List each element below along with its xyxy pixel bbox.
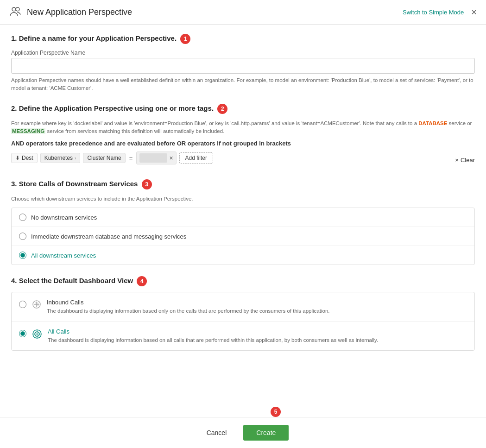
radio-no-downstream-label: No downstream services — [31, 214, 97, 221]
section-2: 2. Define the Application Perspective us… — [11, 104, 475, 169]
radio-all-downstream-label: All downstream services — [31, 252, 96, 259]
radio-immediate-downstream-input[interactable] — [19, 233, 26, 240]
header-left: New Application Perspective — [9, 6, 132, 19]
inbound-calls-icon — [32, 300, 41, 311]
dashboard-radio-group: Inbound Calls The dashboard is displayin… — [11, 292, 475, 351]
all-calls-desc: The dashboard is displaying information … — [48, 336, 467, 344]
inbound-calls-content: Inbound Calls The dashboard is displayin… — [47, 299, 467, 315]
radio-all-downstream[interactable]: All downstream services — [12, 246, 474, 265]
all-calls-icon — [32, 329, 42, 341]
cancel-button[interactable]: Cancel — [197, 425, 236, 440]
filter-row: ⬇ Dest Kubernetes › Cluster Name = × — [11, 151, 213, 164]
create-button[interactable]: Create — [243, 425, 289, 441]
radio-all-calls-input[interactable] — [19, 330, 26, 337]
svg-point-1 — [16, 7, 19, 11]
section-4-title: 4. Select the Default Dashboard View 4 — [11, 276, 475, 286]
all-calls-title: All Calls — [48, 328, 467, 335]
modal-footer: 5 Cancel Create — [0, 417, 486, 448]
database-highlight: DATABASE — [418, 120, 447, 126]
filter-remove-button[interactable]: × — [169, 155, 173, 161]
app-perspective-icon — [9, 6, 22, 19]
radio-immediate-downstream[interactable]: Immediate downstream database and messag… — [12, 227, 474, 246]
dashboard-all-calls[interactable]: All Calls The dashboard is displaying in… — [12, 322, 474, 350]
section-3: 3. Store Calls of Downstream Services 3 … — [11, 179, 475, 265]
step-badge-4: 4 — [137, 276, 147, 286]
step-badge-5: 5 — [271, 407, 281, 417]
clear-wrapper: × Clear — [455, 157, 475, 164]
modal-title: New Application Perspective — [27, 7, 132, 17]
radio-no-downstream-input[interactable] — [19, 214, 26, 221]
step-badge-1: 1 — [180, 34, 190, 44]
step-badge-2: 2 — [217, 104, 227, 114]
section-1-title: 1. Define a name for your Application Pe… — [11, 34, 475, 44]
app-name-label: Application Perspective Name — [11, 50, 475, 56]
app-name-hint: Application Perspective names should hav… — [11, 76, 475, 93]
clear-x-icon: × — [455, 157, 459, 164]
svg-point-0 — [12, 7, 16, 11]
filter-equals: = — [128, 155, 134, 162]
section-2-hint: For example where key is 'dockerlabel' a… — [11, 120, 475, 136]
section-1: 1. Define a name for your Application Pe… — [11, 34, 475, 93]
section-3-title: 3. Store Calls of Downstream Services 3 — [11, 179, 475, 189]
section-3-subtitle: Choose which downstream services to incl… — [11, 195, 475, 203]
app-perspective-name-input[interactable] — [11, 58, 475, 74]
radio-immediate-downstream-label: Immediate downstream database and messag… — [31, 233, 186, 240]
all-calls-content: All Calls The dashboard is displaying in… — [48, 328, 467, 344]
download-icon: ⬇ — [15, 155, 20, 161]
downstream-radio-group: No downstream services Immediate downstr… — [11, 208, 475, 265]
switch-mode-link[interactable]: Switch to Simple Mode — [403, 9, 464, 16]
section-4: 4. Select the Default Dashboard View 4 — [11, 276, 475, 351]
filter-kubernetes-tag[interactable]: Kubernetes › — [40, 153, 81, 163]
inbound-calls-desc: The dashboard is displaying information … — [47, 307, 467, 315]
filter-dest-tag[interactable]: ⬇ Dest — [11, 153, 38, 163]
clear-button[interactable]: × Clear — [455, 157, 475, 164]
filter-row-wrapper: ⬇ Dest Kubernetes › Cluster Name = × — [11, 151, 475, 168]
filter-value-box[interactable]: × — [136, 151, 176, 164]
modal-header: New Application Perspective Switch to Si… — [0, 0, 486, 25]
add-filter-button[interactable]: Add filter — [179, 152, 213, 164]
modal-body: 1. Define a name for your Application Pe… — [0, 25, 486, 417]
modal-container: New Application Perspective Switch to Si… — [0, 0, 486, 448]
inbound-calls-title: Inbound Calls — [47, 299, 467, 306]
header-right: Switch to Simple Mode × — [403, 7, 477, 17]
close-button[interactable]: × — [471, 7, 477, 17]
and-or-notice: AND operators take precedence and are ev… — [11, 140, 475, 147]
chevron-icon: › — [75, 156, 76, 161]
radio-all-downstream-input[interactable] — [19, 252, 26, 259]
messaging-highlight: MESSAGING — [11, 128, 45, 134]
filter-value-placeholder — [139, 153, 167, 163]
dashboard-inbound-calls[interactable]: Inbound Calls The dashboard is displayin… — [12, 292, 474, 322]
step-badge-3: 3 — [142, 179, 152, 189]
section-2-title: 2. Define the Application Perspective us… — [11, 104, 475, 114]
radio-no-downstream[interactable]: No downstream services — [12, 208, 474, 227]
radio-inbound-calls-input[interactable] — [19, 301, 26, 308]
filter-clustername-tag[interactable]: Cluster Name — [83, 153, 125, 163]
